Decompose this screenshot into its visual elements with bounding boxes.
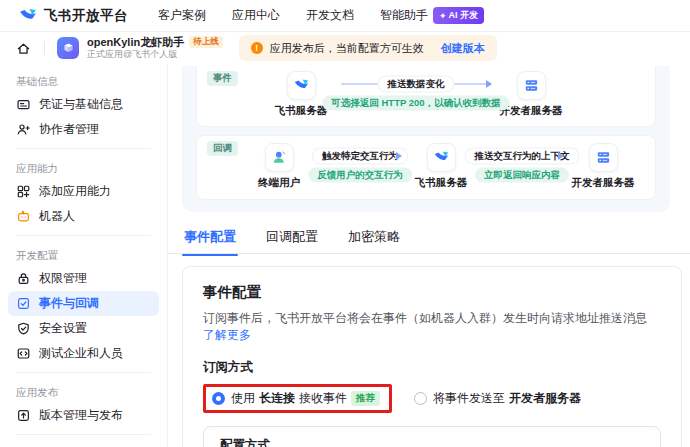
feishu-logo-icon — [293, 77, 310, 94]
code-box-icon — [16, 346, 31, 361]
radio-selected-icon[interactable] — [212, 392, 225, 405]
feishu-open-platform-screen: 飞书开放平台 客户案例 应用中心 开发文档 智能助手 ✦AI 开发 — [0, 0, 690, 447]
tab-callback-config[interactable]: 回调配置 — [264, 224, 320, 255]
radio-unselected-icon[interactable] — [414, 392, 427, 405]
option-developer-server[interactable]: 将事件发送至 开发者服务器 — [414, 390, 581, 407]
app-meta: openKylin龙虾助手 待上线 正式应用@飞书个人版 — [87, 36, 223, 60]
sidebar-item-collaborators[interactable]: 协作者管理 — [8, 117, 159, 142]
push-context-arrow: 推送交互行为的上下文 — [481, 148, 563, 164]
event-callback-diagram: 事件 飞书服务器 推送数据变化 — [182, 66, 670, 212]
app-avatar[interactable] — [57, 37, 79, 59]
developer-server-node: 开发者服务器 — [495, 71, 567, 118]
brand[interactable]: 飞书开放平台 — [18, 6, 128, 26]
option-long-connection[interactable]: 使用 长连接 接收事件 推荐 — [212, 390, 380, 407]
callback-badge: 回调 — [207, 141, 238, 156]
divider — [16, 372, 151, 373]
subscribe-method-heading: 订阅方式 — [203, 359, 661, 376]
feishu-server-node: 飞书服务器 — [405, 143, 477, 190]
sidebar-item-events-callbacks[interactable]: 事件与回调 — [8, 291, 159, 316]
sidebar-section-ops-monitor: 运营监控 — [8, 441, 159, 447]
trigger-interaction-arrow: 触发特定交互行为 — [319, 148, 401, 164]
http200-return-arrow: 可选择返回 HTTP 200，以确认收到数据 — [341, 95, 491, 111]
sidebar-item-label: 机器人 — [39, 208, 75, 225]
annotation-red-box: 使用 长连接 接收事件 推荐 — [203, 384, 392, 413]
publish-icon — [16, 408, 31, 423]
config-method-box: 配置方式 无需注册公网域名或配置加密策略，仅需使用 官方 SDK 启动长连接飞书… — [203, 426, 661, 447]
event-badge: 事件 — [207, 71, 238, 86]
server-icon — [595, 149, 612, 166]
sidebar-section-app-release: 应用发布 — [8, 379, 159, 403]
sidebar-item-add-capability[interactable]: 添加应用能力 — [8, 179, 159, 204]
developer-server-node: 开发者服务器 — [567, 143, 639, 190]
tab-event-config[interactable]: 事件配置 — [182, 224, 238, 255]
nav-item-dev-docs[interactable]: 开发文档 — [306, 7, 354, 24]
status-badge: 待上线 — [189, 36, 223, 47]
sidebar-item-credentials[interactable]: 凭证与基础信息 — [8, 92, 159, 117]
app-bar: openKylin龙虾助手 待上线 正式应用@飞书个人版 ! 应用发布后，当前配… — [0, 32, 690, 64]
nav-item-ai-assistant[interactable]: 智能助手 ✦AI 开发 — [380, 7, 484, 24]
feishu-logo-icon — [18, 6, 38, 26]
create-version-link[interactable]: 创建版本 — [441, 41, 485, 56]
config-method-title: 配置方式 — [220, 437, 644, 447]
id-card-icon — [16, 97, 31, 112]
end-user-node: 终端用户 — [243, 143, 315, 190]
app-subtitle: 正式应用@飞书个人版 — [87, 50, 223, 60]
tab-encryption-strategy[interactable]: 加密策略 — [346, 224, 402, 255]
feishu-logo-icon — [433, 149, 450, 166]
banner-text: 应用发布后，当前配置方可生效 — [270, 41, 424, 56]
user-plus-icon — [16, 122, 31, 137]
sidebar-item-label: 测试企业和人员 — [39, 345, 123, 362]
grid-plus-icon — [16, 184, 31, 199]
cube-icon — [61, 41, 76, 56]
learn-more-link[interactable]: 了解更多 — [203, 328, 251, 342]
home-icon[interactable] — [14, 39, 32, 57]
feishu-server-node: 飞书服务器 — [265, 71, 337, 118]
event-callback-icon — [16, 296, 31, 311]
publish-notice-banner: ! 应用发布后，当前配置方可生效 创建版本 — [239, 35, 497, 61]
ai-dev-badge: ✦AI 开发 — [433, 7, 484, 24]
feedback-interaction-arrow: 反馈用户的交互行为 — [319, 167, 401, 183]
event-diagram-card: 事件 飞书服务器 推送数据变化 — [196, 66, 656, 127]
warning-icon: ! — [251, 42, 263, 54]
sidebar-item-label: 安全设置 — [39, 320, 87, 337]
subscribe-options: 使用 长连接 接收事件 推荐 将事件发送至 开发者服务器 — [203, 384, 661, 413]
callback-diagram-card: 回调 终端用户 触发特定交互行为 — [196, 135, 656, 200]
divider — [44, 41, 45, 55]
sidebar-item-label: 权限管理 — [39, 270, 87, 287]
main-content: 事件 飞书服务器 推送数据变化 — [168, 64, 690, 447]
event-config-panel: 事件配置 订阅事件后，飞书开放平台将会在事件（如机器人入群）发生时向请求地址推送… — [182, 266, 682, 447]
lock-icon — [16, 271, 31, 286]
sidebar-item-bot[interactable]: 机器人 — [8, 204, 159, 229]
nav-item-app-center[interactable]: 应用中心 — [232, 7, 280, 24]
sidebar-item-label: 版本管理与发布 — [39, 407, 123, 424]
sidebar-item-security[interactable]: 安全设置 — [8, 316, 159, 341]
panel-title: 事件配置 — [203, 283, 661, 302]
sidebar-item-test-org[interactable]: 测试企业和人员 — [8, 341, 159, 366]
brand-name: 飞书开放平台 — [44, 7, 128, 25]
divider — [16, 235, 151, 236]
push-data-arrow: 推送数据变化 — [341, 76, 491, 92]
sidebar-item-label: 凭证与基础信息 — [39, 96, 123, 113]
sidebar-item-label: 事件与回调 — [39, 295, 99, 312]
sidebar-section-app-capability: 应用能力 — [8, 155, 159, 179]
top-nav: 飞书开放平台 客户案例 应用中心 开发文档 智能助手 ✦AI 开发 — [0, 0, 690, 32]
shield-icon — [16, 321, 31, 336]
nav-item-customer-cases[interactable]: 客户案例 — [158, 7, 206, 24]
divider — [16, 148, 151, 149]
panel-description: 订阅事件后，飞书开放平台将会在事件（如机器人入群）发生时向请求地址推送消息 了解… — [203, 310, 661, 344]
return-response-arrow: 立即返回响应内容 — [481, 167, 563, 183]
app-name: openKylin龙虾助手 — [87, 36, 184, 48]
sidebar-item-version-release[interactable]: 版本管理与发布 — [8, 403, 159, 428]
sidebar: 基础信息 凭证与基础信息 协作者管理 应用能力 添加应用能力 — [0, 64, 168, 447]
top-nav-items: 客户案例 应用中心 开发文档 智能助手 ✦AI 开发 — [158, 7, 484, 24]
config-tabs: 事件配置 回调配置 加密策略 — [168, 224, 690, 254]
recommended-badge: 推荐 — [351, 391, 380, 406]
divider — [16, 434, 151, 435]
sidebar-section-dev-config: 开发配置 — [8, 242, 159, 266]
sidebar-item-label: 添加应用能力 — [39, 183, 111, 200]
server-icon — [523, 77, 540, 94]
robot-icon — [16, 209, 31, 224]
sidebar-item-permissions[interactable]: 权限管理 — [8, 266, 159, 291]
sidebar-item-label: 协作者管理 — [39, 121, 99, 138]
user-icon — [271, 149, 288, 166]
